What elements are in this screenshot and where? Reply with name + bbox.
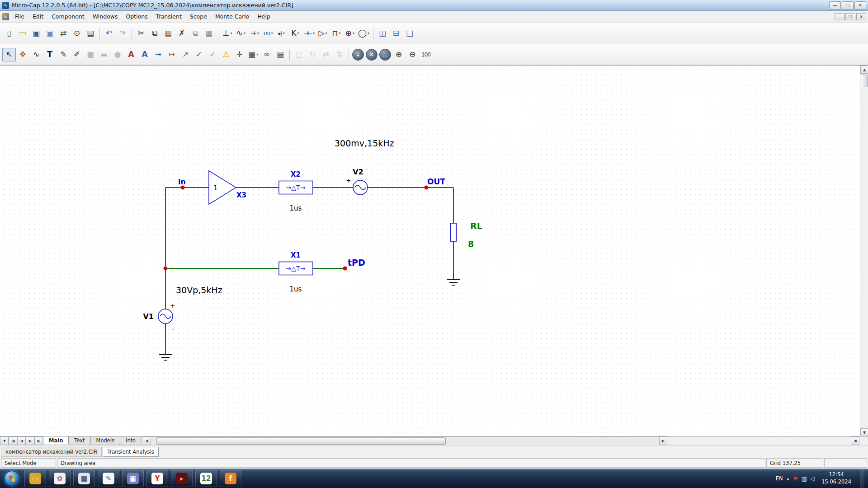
menu-options[interactable]: Options [122,11,152,22]
flip-horizontal-button[interactable]: ⇄ [319,48,333,61]
opamp-ref[interactable]: X3 [236,191,246,199]
copy-picture-button[interactable]: ⧉ [189,27,202,40]
annotation-top[interactable]: 300mv,15kHz [335,138,394,148]
ellipse-mode-button[interactable]: ▬ [97,48,111,61]
more-button[interactable]: … [379,49,391,61]
source-v1[interactable]: V1 + - [143,302,175,332]
sine-source-component-button[interactable]: ∿ [234,27,248,40]
load-ref[interactable]: RL [470,221,482,231]
menu-help[interactable]: Help [253,11,274,22]
save-button[interactable]: ▣ [29,27,43,40]
notepad-taskbar-button[interactable]: ✎ [98,470,119,487]
prev-sheet-button[interactable]: ◀ [17,436,26,445]
source-ref[interactable]: V2 [353,168,363,176]
delay-ref[interactable]: X2 [291,170,301,178]
firefox-taskbar-button[interactable]: f [220,470,241,487]
scroll-up-button[interactable]: ▲ [860,66,868,74]
region-button[interactable]: ▢ [292,48,306,61]
file-tab-transient[interactable]: Transient Analysis [103,447,159,457]
sheet-tab-main[interactable]: Main [43,436,69,445]
resistor-rl[interactable]: RL 8 [451,221,482,249]
load-value[interactable]: 8 [468,239,474,249]
meter-component-button[interactable]: ⊕ [343,27,357,40]
vertical-scrollbar[interactable]: ▲ ▼ [860,66,868,436]
mdi-close-button[interactable]: ✕ [856,13,866,20]
properties-button[interactable]: ▤ [274,48,287,61]
ground-symbol[interactable] [447,280,460,285]
move-button[interactable]: ✛ [233,48,246,61]
rotate-button[interactable]: ↻ [306,48,319,61]
delay-block-x1[interactable]: →△T→ X1 1us [279,251,313,293]
menu-file[interactable]: File [11,11,28,22]
next-sheet-button[interactable]: ▶ [26,436,34,445]
print-button[interactable]: ▤ [84,27,97,40]
show-desktop-button[interactable] [860,469,864,488]
maximize-button[interactable]: ▢ [842,1,854,9]
undo-button[interactable]: ↶ [102,27,116,40]
redo-button[interactable]: ↷ [116,27,129,40]
menu-scope[interactable]: Scope [186,11,211,22]
last-sheet-button[interactable]: ▶| [34,436,43,445]
zoom-100-button[interactable]: 100 [419,48,433,61]
paste-button[interactable]: ▦ [161,27,175,40]
single-window-button[interactable]: □ [403,27,416,40]
show-currents-button[interactable]: → [151,48,165,61]
ground-symbol[interactable] [159,355,172,360]
zoom-out-button[interactable]: ⊖ [406,48,419,61]
menu-windows[interactable]: Windows [89,11,122,22]
zoom-in-button[interactable]: ⊕ [392,48,406,61]
ground-component-button[interactable]: ⊥ [221,27,234,40]
source-ref[interactable]: V1 [143,312,154,321]
transistor-component-button[interactable]: K [288,27,302,40]
scroll-left-button[interactable]: ◀ [143,436,151,445]
copy-button[interactable]: ⧉ [148,27,161,40]
media-taskbar-button[interactable]: ▸ [171,470,193,487]
paste-special-button[interactable]: ▦ [202,27,216,40]
mdi-minimize-button[interactable]: — [835,13,844,20]
paint-taskbar-button[interactable]: ✿ [49,470,71,487]
sheet-tab-text[interactable]: Text [68,436,90,445]
yandex-taskbar-button[interactable]: Y [146,470,168,487]
text-mode-button[interactable]: T [43,48,57,61]
wire-mode-button[interactable]: ∿ [29,48,43,61]
opamp-component-button[interactable]: ▷ [316,27,330,40]
tray-clock[interactable]: 12:54 15.06.2024 [819,471,854,485]
open-file-button[interactable]: ▭ [16,27,29,40]
sheet-menu-button[interactable]: ▼ [0,436,9,445]
sheet-tab-models[interactable]: Models [90,436,121,445]
volume-tray-icon[interactable]: ◁ [810,476,815,482]
horizontal-scroll-track[interactable] [151,436,659,445]
close-button[interactable]: ✕ [854,1,866,9]
scroll-right-button[interactable]: ▶ [659,436,667,445]
pin-check-button[interactable]: ✓ [192,48,206,61]
start-button[interactable] [2,469,22,488]
point-mode-button[interactable]: ✐ [70,48,84,61]
sheet-tab-info[interactable]: Info [120,436,142,445]
select-mode-button[interactable]: ↖ [2,48,16,61]
explorer-taskbar-button[interactable]: ▭ [24,470,46,487]
split-vertical-button[interactable]: ◫ [376,27,389,40]
animated-component-button[interactable]: ◯ [357,27,371,40]
pane-scroll-button[interactable]: ◀ [851,436,859,445]
menu-transient[interactable]: Transient [152,11,186,22]
diode-component-button[interactable]: ▸| [275,27,288,40]
flip-vertical-button[interactable]: ⇅ [333,48,346,61]
node-label-in[interactable]: in [178,178,186,186]
new-file-button[interactable]: ▯ [2,27,16,40]
delay-value[interactable]: 1us [290,285,302,293]
menu-edit[interactable]: Edit [28,11,47,22]
menu-monte-carlo[interactable]: Monte Carlo [211,11,254,22]
first-sheet-button[interactable]: |◀ [9,436,17,445]
delay-block-x2[interactable]: →△T→ X2 1us [279,170,313,212]
circle-mode-button[interactable]: ● [111,48,124,61]
battery-component-button[interactable]: ⊣⊦ [248,27,261,40]
calculator-taskbar-button[interactable]: ▦ [73,470,95,487]
calendar-taskbar-button[interactable]: 12 [195,470,217,487]
info-mode-button[interactable]: ✎ [57,48,70,61]
split-horizontal-button[interactable]: ⊟ [389,27,403,40]
delay-value[interactable]: 1us [290,204,302,212]
source-v2[interactable]: V2 + - [346,168,373,195]
annotation-bottom[interactable]: 30Vp,5kHz [176,285,222,295]
inductor-component-button[interactable]: ∪∪ [261,27,275,40]
node-numbers-button[interactable]: A [124,48,138,61]
